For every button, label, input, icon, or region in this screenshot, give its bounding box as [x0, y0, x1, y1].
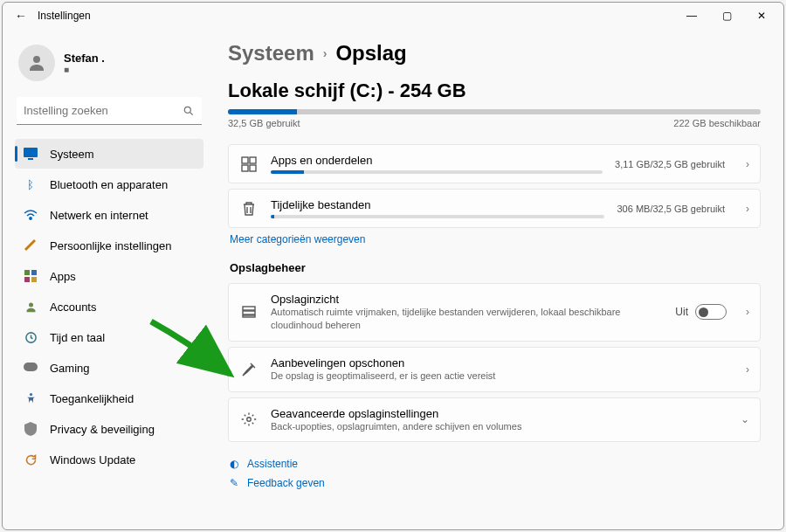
- card-sub: Automatisch ruimte vrijmaken, tijdelijke…: [271, 306, 663, 332]
- storage-sense-toggle[interactable]: [695, 304, 727, 320]
- section-heading: Opslagbeheer: [230, 261, 761, 274]
- card-title: Opslaginzicht: [271, 293, 663, 306]
- svg-rect-4: [28, 158, 33, 160]
- card-sub: Back-upopties, opslagruimten, andere sch…: [271, 420, 728, 433]
- maximize-button[interactable]: ▢: [710, 3, 743, 28]
- svg-rect-18: [243, 307, 255, 310]
- sidebar-item-system[interactable]: Systeem: [15, 139, 203, 169]
- svg-point-1: [184, 107, 190, 113]
- apps-icon: [24, 269, 38, 283]
- svg-rect-20: [243, 315, 255, 317]
- search-box[interactable]: [17, 97, 202, 125]
- sidebar-item-accessibility[interactable]: Toegankelijkheid: [15, 383, 203, 413]
- sidebar-item-label: Windows Update: [50, 453, 135, 466]
- brush-icon: [24, 238, 38, 252]
- feedback-icon: ✎: [230, 477, 238, 489]
- minimize-button[interactable]: —: [675, 3, 708, 28]
- disk-usage-bar: [228, 109, 761, 114]
- breadcrumb: Systeem › Opslag: [228, 41, 761, 66]
- card-title: Aanbevelingen opschonen: [271, 356, 734, 370]
- breadcrumb-current: Opslag: [335, 41, 406, 66]
- back-button[interactable]: ←: [8, 9, 34, 23]
- sidebar-item-label: Systeem: [50, 148, 94, 161]
- broom-icon: [239, 362, 259, 377]
- sidebar-item-label: Gaming: [50, 362, 90, 375]
- storage-sense-icon: [239, 304, 259, 320]
- trash-icon: [239, 201, 259, 217]
- sidebar-item-network[interactable]: Netwerk en internet: [15, 200, 203, 230]
- toggle-state-label: Uit: [675, 306, 688, 318]
- disk-title: Lokale schijf (C:) - 254 GB: [228, 79, 761, 102]
- accessibility-icon: [24, 391, 38, 405]
- svg-rect-16: [242, 165, 248, 171]
- advanced-storage-card[interactable]: Geavanceerde opslaginstellingen Back-upo…: [228, 397, 761, 443]
- accounts-icon: [24, 300, 38, 314]
- feedback-link[interactable]: ✎ Feedback geven: [228, 473, 761, 493]
- clock-icon: [24, 330, 38, 344]
- chevron-right-icon: ›: [746, 158, 749, 170]
- svg-point-5: [30, 218, 31, 219]
- storage-sense-card[interactable]: Opslaginzicht Automatisch ruimte vrijmak…: [228, 283, 761, 342]
- user-profile[interactable]: Stefan . ■: [15, 45, 203, 81]
- disk-used-label: 32,5 GB gebruikt: [228, 118, 300, 128]
- sidebar-item-time[interactable]: Tijd en taal: [15, 322, 203, 352]
- user-name: Stefan .: [64, 52, 105, 65]
- assist-link[interactable]: ◐ Assistentie: [228, 454, 761, 473]
- gear-icon: [239, 411, 259, 427]
- more-categories-link[interactable]: Meer categorieën weergeven: [230, 233, 761, 245]
- card-title: Geavanceerde opslaginstellingen: [271, 407, 728, 420]
- svg-rect-12: [24, 363, 38, 371]
- sidebar-item-label: Tijd en taal: [50, 331, 105, 344]
- sidebar-item-apps[interactable]: Apps: [15, 261, 203, 291]
- sidebar-item-accounts[interactable]: Accounts: [15, 292, 203, 321]
- update-icon: [24, 453, 38, 466]
- sidebar-item-label: Toegankelijkheid: [50, 392, 134, 405]
- sidebar-item-label: Bluetooth en apparaten: [50, 178, 168, 191]
- svg-rect-15: [250, 157, 256, 163]
- card-title: Apps en onderdelen: [271, 154, 603, 167]
- svg-rect-8: [24, 277, 30, 282]
- avatar-icon: [18, 45, 55, 81]
- breadcrumb-parent[interactable]: Systeem: [228, 41, 314, 66]
- link-label: Feedback geven: [247, 477, 325, 489]
- chevron-right-icon: ›: [746, 203, 749, 215]
- sidebar-item-personalization[interactable]: Persoonlijke instellingen: [15, 231, 203, 260]
- svg-point-10: [29, 302, 33, 307]
- close-button[interactable]: ✕: [745, 3, 778, 28]
- window-title: Instellingen: [34, 10, 675, 22]
- sidebar-item-bluetooth[interactable]: ᛒ Bluetooth en apparaten: [15, 169, 203, 199]
- chevron-right-icon: ›: [746, 363, 749, 376]
- search-input[interactable]: [24, 104, 183, 117]
- wifi-icon: [24, 208, 38, 222]
- disk-free-label: 222 GB beschikbaar: [673, 118, 761, 128]
- svg-rect-6: [24, 270, 30, 275]
- svg-line-2: [190, 112, 193, 114]
- svg-rect-7: [31, 270, 37, 275]
- chevron-down-icon: ⌄: [741, 413, 749, 425]
- svg-rect-17: [250, 165, 256, 171]
- cleanup-card[interactable]: Aanbevelingen opschonen De opslag is geo…: [228, 347, 761, 392]
- card-right-text: 306 MB/32,5 GB gebruikt: [617, 204, 725, 214]
- gaming-icon: [24, 361, 38, 375]
- sidebar-item-privacy[interactable]: Privacy & beveiliging: [15, 414, 203, 444]
- storage-temp-card[interactable]: Tijdelijke bestanden 306 MB/32,5 GB gebr…: [228, 189, 761, 228]
- svg-rect-19: [243, 311, 255, 314]
- storage-apps-card[interactable]: Apps en onderdelen 3,11 GB/32,5 GB gebru…: [228, 144, 761, 183]
- svg-rect-14: [242, 157, 248, 163]
- sidebar-item-label: Persoonlijke instellingen: [50, 239, 171, 252]
- sidebar-item-update[interactable]: Windows Update: [15, 445, 203, 474]
- system-icon: [24, 147, 38, 161]
- sidebar-item-gaming[interactable]: Gaming: [15, 353, 203, 383]
- chevron-right-icon: ›: [323, 46, 328, 60]
- help-icon: ◐: [230, 458, 238, 470]
- shield-icon: [24, 422, 38, 436]
- svg-point-0: [33, 56, 40, 63]
- sidebar-item-label: Apps: [50, 270, 76, 283]
- sidebar-item-label: Privacy & beveiliging: [50, 423, 155, 436]
- svg-rect-9: [31, 277, 37, 282]
- link-label: Assistentie: [247, 458, 298, 470]
- sidebar-item-label: Accounts: [50, 301, 96, 314]
- svg-point-21: [247, 418, 252, 422]
- svg-point-13: [29, 392, 31, 395]
- svg-rect-3: [24, 148, 38, 157]
